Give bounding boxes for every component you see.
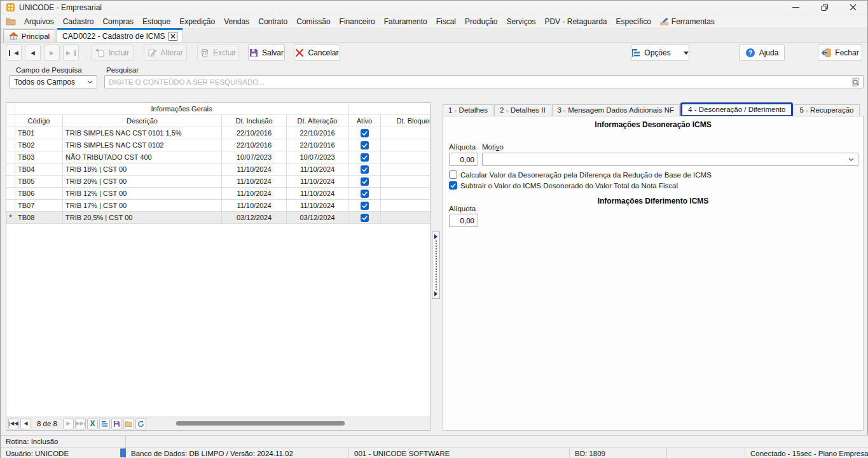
menu-item-estoque[interactable]: Estoque	[138, 16, 175, 27]
cell-dt-inclusao[interactable]: 11/10/2024	[222, 176, 287, 188]
cell-dt-alteracao[interactable]: 11/10/2024	[287, 176, 348, 188]
menu-item-faturamento[interactable]: Faturamento	[380, 16, 432, 27]
restore-button[interactable]	[810, 1, 839, 14]
menu-item-cadastro[interactable]: Cadastro	[59, 16, 99, 27]
minimize-button[interactable]	[782, 1, 810, 14]
alterar-button[interactable]: Alterar	[144, 45, 187, 61]
cell-dt-alteracao[interactable]: 22/10/2016	[287, 139, 348, 151]
detail-tab-4-desonera-o-diferimento[interactable]: 4 - Desoneração / Diferimento	[680, 102, 793, 117]
detail-tab-1-detalhes[interactable]: 1 - Detalhes	[443, 104, 493, 116]
opcoes-button[interactable]: Opções	[631, 45, 689, 61]
detail-tab-3-mensagem-dados-adicionais-nf[interactable]: 3 - Mensagem Dados Adicionais NF	[552, 104, 680, 116]
horizontal-scrollbar-thumb[interactable]	[176, 421, 345, 426]
cell-descricao[interactable]: TRIB SIMPLES NAC CST 0101 1,5%	[63, 127, 222, 139]
table-row[interactable]: TB03NÃO TRIBUTADO CST 40010/07/202310/07…	[6, 151, 430, 163]
cell-descricao[interactable]: TRIB 20% | CST 00	[63, 176, 222, 188]
ativo-checkbox[interactable]	[361, 153, 369, 162]
aliquota-diferimento-input[interactable]	[449, 214, 478, 227]
cell-dt-inclusao[interactable]: 11/10/2024	[222, 163, 287, 176]
fechar-button[interactable]: Fechar	[818, 45, 862, 61]
cell-codigo[interactable]: TB02	[15, 139, 63, 151]
cell-dt-bloqueio[interactable]	[381, 127, 431, 139]
cell-dt-inclusao[interactable]: 22/10/2016	[222, 139, 287, 151]
col-dt-alteracao[interactable]: Dt. Alteração	[287, 115, 348, 127]
menu-item-expedi-o[interactable]: Expedição	[175, 16, 219, 27]
ativo-checkbox[interactable]	[361, 214, 369, 222]
tab-close-icon[interactable]	[169, 32, 177, 41]
cell-dt-inclusao[interactable]: 22/10/2016	[222, 127, 287, 139]
cell-dt-alteracao[interactable]: 11/10/2024	[287, 200, 348, 212]
col-dt-bloqueio[interactable]: Dt. Bloqueio	[381, 115, 431, 127]
menu-item-contrato[interactable]: Contrato	[254, 16, 292, 27]
cell-dt-inclusao[interactable]: 10/07/2023	[222, 151, 287, 163]
menu-item-compras[interactable]: Compras	[98, 16, 138, 27]
menu-item-arquivos[interactable]: Arquivos	[20, 16, 59, 27]
ajuda-button[interactable]: ? Ajuda	[739, 45, 785, 61]
table-row[interactable]: *TB08TRIB 20,5% | CST 0003/12/202403/12/…	[6, 212, 430, 224]
tab-principal[interactable]: Principal	[3, 29, 55, 42]
incluir-button[interactable]: Incluir	[91, 45, 134, 61]
cell-descricao[interactable]: TRIB SIMPLES NAC CST 0102	[63, 139, 222, 151]
cell-dt-alteracao[interactable]: 03/12/2024	[287, 212, 348, 224]
col-ativo[interactable]: Ativo	[348, 115, 381, 127]
cell-descricao[interactable]: NÃO TRIBUTADO CST 400	[63, 151, 222, 163]
last-record-button[interactable]: ▶	[63, 45, 79, 61]
col-descricao[interactable]: Descrição	[63, 115, 222, 127]
menu-item-servi-os[interactable]: Serviços	[502, 16, 540, 27]
cell-dt-bloqueio[interactable]	[381, 212, 431, 224]
menu-item-fiscal[interactable]: Fiscal	[432, 16, 460, 27]
menu-item-espec-fico[interactable]: Específico	[611, 16, 655, 27]
cell-codigo[interactable]: TB06	[15, 188, 63, 200]
excluir-button[interactable]: Excluir	[197, 45, 239, 61]
cell-codigo[interactable]: TB04	[15, 163, 63, 176]
nav-last-button[interactable]: ▶▶	[75, 419, 86, 429]
ativo-checkbox[interactable]	[361, 165, 369, 174]
motivo-select[interactable]	[482, 153, 858, 166]
cell-dt-bloqueio[interactable]	[381, 176, 431, 188]
search-field-select[interactable]: Todos os Campos	[10, 75, 97, 88]
detail-tab-2-detalhes-ii[interactable]: 2 - Detalhes II	[494, 104, 551, 116]
subtrair-icms-checkbox[interactable]	[449, 181, 457, 190]
cell-dt-bloqueio[interactable]	[381, 188, 431, 200]
next-record-button[interactable]: ▶	[44, 45, 60, 61]
ativo-checkbox[interactable]	[361, 202, 369, 210]
cell-codigo[interactable]: TB08	[15, 212, 63, 224]
menu-item-comiss-o[interactable]: Comissão	[292, 16, 334, 27]
nav-prev-button[interactable]: ◀	[20, 419, 31, 429]
cell-codigo[interactable]: TB05	[15, 176, 63, 188]
grid-options-button[interactable]	[99, 419, 110, 429]
ativo-checkbox[interactable]	[361, 190, 369, 198]
cell-descricao[interactable]: TRIB 20,5% | CST 00	[63, 212, 222, 224]
detail-tab-5-recupera-o[interactable]: 5 - Recuperação	[794, 104, 859, 116]
cell-dt-bloqueio[interactable]	[381, 139, 431, 151]
cell-descricao[interactable]: TRIB 17% | CST 00	[63, 200, 222, 212]
cell-codigo[interactable]: TB03	[15, 151, 63, 163]
menu-item-financeiro[interactable]: Financeiro	[335, 16, 380, 27]
cell-dt-inclusao[interactable]: 11/10/2024	[222, 188, 287, 200]
nav-first-button[interactable]: ◀◀	[8, 419, 19, 429]
search-input[interactable]	[104, 75, 864, 88]
panel-splitter[interactable]	[432, 232, 440, 299]
close-button[interactable]	[839, 1, 867, 14]
cell-dt-alteracao[interactable]: 11/10/2024	[287, 188, 348, 200]
export-excel-button[interactable]: X	[87, 419, 98, 429]
ativo-checkbox[interactable]	[361, 177, 369, 186]
menu-item-ferramentas[interactable]: Ferramentas	[656, 16, 719, 27]
first-record-button[interactable]: ◀	[6, 45, 22, 61]
cell-dt-alteracao[interactable]: 10/07/2023	[287, 151, 348, 163]
aliquota-desoneracao-input[interactable]	[449, 153, 478, 166]
tab-cad0022[interactable]: CAD0022 - Cadastro de ICMS	[57, 28, 183, 42]
cell-dt-bloqueio[interactable]	[381, 200, 431, 212]
grid-refresh-button[interactable]	[135, 419, 146, 429]
cell-dt-bloqueio[interactable]	[381, 163, 431, 176]
cell-dt-inclusao[interactable]: 11/10/2024	[222, 200, 287, 212]
cell-descricao[interactable]: TRIB 18% | CST 00	[63, 163, 222, 176]
search-icon[interactable]	[851, 77, 861, 87]
ativo-checkbox[interactable]	[361, 129, 369, 137]
table-row[interactable]: TB01TRIB SIMPLES NAC CST 0101 1,5%22/10/…	[6, 127, 430, 139]
grid-open-button[interactable]	[123, 419, 134, 429]
cancelar-button[interactable]: Cancelar	[294, 45, 340, 61]
nav-next-button[interactable]: ▶	[63, 419, 74, 429]
salvar-button[interactable]: Salvar	[248, 45, 285, 61]
table-row[interactable]: TB04TRIB 18% | CST 0011/10/202411/10/202…	[6, 163, 430, 176]
